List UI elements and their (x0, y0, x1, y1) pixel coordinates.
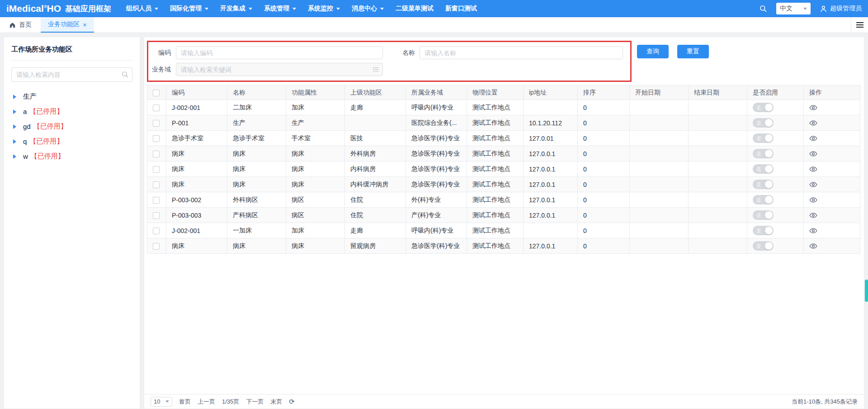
domain-input[interactable] (176, 63, 383, 76)
view-icon[interactable] (809, 165, 817, 173)
view-icon[interactable] (809, 134, 817, 143)
language-select[interactable]: 中文 (776, 3, 811, 14)
tree-item[interactable]: gd【已停用】 (11, 119, 132, 134)
row-checkbox[interactable] (153, 212, 160, 219)
enabled-toggle[interactable]: 是 (753, 195, 774, 204)
domain-input-wrap (176, 63, 383, 76)
enabled-toggle[interactable]: 是 (753, 226, 774, 235)
enabled-toggle[interactable]: 是 (753, 103, 774, 112)
table-cell: 走廊 (345, 223, 406, 238)
nav-menu-item[interactable]: 新窗口测试 (439, 0, 483, 17)
row-checkbox[interactable] (153, 228, 160, 234)
enabled-toggle[interactable]: 是 (753, 241, 774, 251)
table-cell (689, 162, 747, 177)
chevron-down-icon (292, 8, 296, 12)
table-cell: 0 (578, 146, 630, 162)
logo-text: iMedical®HO (6, 3, 61, 14)
toggle-knob (765, 119, 773, 127)
row-checkbox[interactable] (153, 120, 160, 127)
pagination-prev[interactable]: 上一页 (198, 398, 215, 406)
pagination-last[interactable]: 末页 (270, 398, 282, 406)
view-icon[interactable] (809, 211, 817, 219)
view-icon[interactable] (809, 119, 817, 127)
pagination-next[interactable]: 下一页 (246, 398, 264, 406)
chevron-down-icon (336, 8, 340, 12)
tree-item[interactable]: q【已停用】 (11, 134, 132, 149)
expand-arrow-icon[interactable] (13, 95, 19, 99)
tab-list-menu-button[interactable] (851, 17, 868, 33)
nav-menu-item[interactable]: 系统管理 (258, 0, 302, 17)
nav-menu-item[interactable]: 系统监控 (302, 0, 346, 17)
tree-item[interactable]: 生产 (11, 89, 132, 104)
refresh-icon[interactable]: ⟳ (289, 398, 295, 406)
row-checkbox[interactable] (153, 181, 160, 188)
tree-item[interactable]: a【已停用】 (11, 104, 132, 119)
table-cell: 测试工作地点 (467, 131, 524, 146)
enabled-toggle[interactable]: 是 (753, 210, 774, 220)
user-icon (820, 5, 827, 13)
reset-button[interactable]: 重置 (677, 45, 709, 58)
query-button[interactable]: 查询 (637, 45, 669, 58)
row-checkbox[interactable] (153, 151, 160, 157)
nav-menu-item[interactable]: 国际化管理 (164, 0, 214, 17)
record-summary: 当前1-10条, 共345条记录 (792, 398, 858, 406)
nav-menu-item[interactable]: 开发集成 (214, 0, 258, 17)
table-cell: 急诊手术室 (227, 131, 286, 146)
filter-row-2: 业务域 (149, 63, 630, 76)
table-cell: 病床 (227, 177, 286, 192)
table-cell: 急诊医学(科)专业 (406, 177, 467, 192)
view-icon[interactable] (809, 196, 817, 204)
table-cell: 0 (578, 223, 630, 238)
tab-business-function-area[interactable]: 业务功能区 × (41, 17, 94, 33)
expand-arrow-icon[interactable] (13, 139, 19, 144)
user-menu[interactable]: 超级管理员 (820, 5, 862, 13)
search-icon[interactable] (121, 71, 129, 80)
nav-menu-item[interactable]: 组织人员 (120, 0, 164, 17)
table-cell: 测试工作地点 (467, 192, 524, 208)
row-checkbox[interactable] (153, 166, 160, 173)
table-cell: 加床 (286, 100, 345, 115)
enabled-toggle[interactable]: 是 (753, 180, 774, 189)
tree-item-label: gd (23, 123, 31, 130)
row-checkbox[interactable] (153, 135, 160, 142)
view-icon[interactable] (809, 150, 817, 158)
nav-menu-item[interactable]: 消息中心 (346, 0, 390, 17)
table-cell: 测试工作地点 (467, 100, 524, 115)
row-checkbox[interactable] (153, 105, 160, 111)
list-picker-icon[interactable] (373, 66, 379, 75)
view-icon[interactable] (809, 242, 817, 250)
enabled-toggle[interactable]: 是 (753, 133, 774, 143)
sidebar-search (11, 67, 132, 82)
row-checkbox[interactable] (153, 197, 160, 204)
tree-item[interactable]: w【已停用】 (11, 149, 132, 164)
table-cell (630, 162, 689, 177)
view-icon[interactable] (809, 181, 817, 189)
close-icon[interactable]: × (83, 21, 87, 28)
sidebar-search-input[interactable] (11, 67, 132, 82)
expand-arrow-icon[interactable] (13, 109, 19, 114)
enabled-toggle[interactable]: 是 (753, 118, 774, 128)
view-icon[interactable] (809, 227, 817, 235)
expand-arrow-icon[interactable] (13, 154, 19, 159)
enabled-toggle[interactable]: 是 (753, 164, 774, 174)
tab-home[interactable]: 首页 (0, 17, 41, 33)
toggle-knob (765, 196, 773, 204)
row-checkbox[interactable] (153, 243, 160, 250)
table-cell: 二加床 (227, 100, 286, 115)
table-cell: 病床 (286, 146, 345, 162)
scrollbar-thumb[interactable] (865, 280, 868, 302)
table-cell: 测试工作地点 (467, 162, 524, 177)
view-icon[interactable] (809, 104, 817, 112)
name-input[interactable] (420, 46, 623, 59)
pagination-first[interactable]: 首页 (179, 398, 191, 406)
table-cell: 急诊医学(科)专业 (406, 131, 467, 146)
search-icon[interactable] (759, 5, 767, 13)
nav-menu-item[interactable]: 二级菜单测试 (390, 0, 439, 17)
page-size-select[interactable]: 10 (151, 397, 172, 407)
expand-arrow-icon[interactable] (13, 124, 19, 129)
table-cell: 0 (578, 208, 630, 223)
enabled-toggle[interactable]: 是 (753, 149, 774, 158)
select-all-checkbox[interactable] (153, 90, 160, 96)
table-cell: 127.0.0.1 (524, 192, 578, 208)
code-input[interactable] (176, 46, 383, 59)
